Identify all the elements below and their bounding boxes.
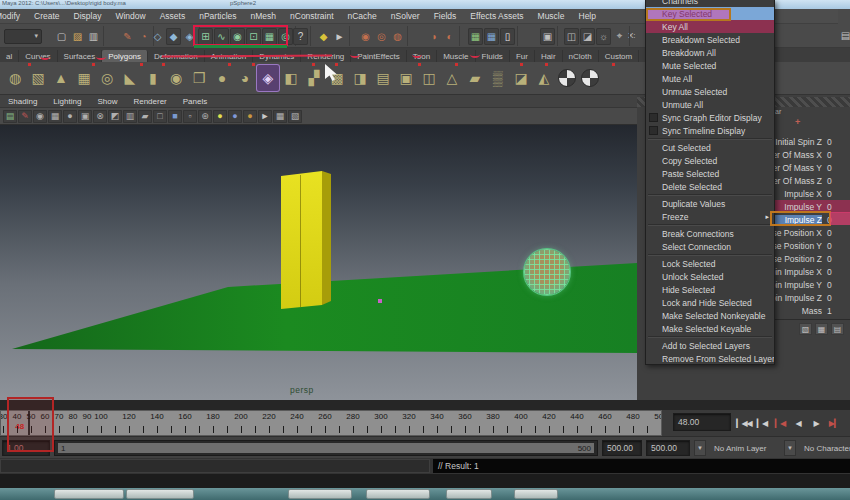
poly-extrude-icon[interactable]: ◨ [349, 65, 371, 91]
channel-row-impulse-position-z[interactable]: Impulse Position Z0 [775, 252, 850, 265]
poly-pyramid-icon[interactable]: ◣ [119, 65, 141, 91]
anim-layer-dropdown-arrow[interactable]: ▼ [694, 440, 706, 456]
default-light-icon[interactable]: ● [213, 110, 227, 123]
shelf-tab-fluids[interactable]: Fluids [476, 50, 510, 62]
viewport-menu-shading[interactable]: Shading [0, 97, 45, 106]
yellow-wall-object[interactable] [277, 168, 335, 316]
menu-nsolver[interactable]: nSolver [384, 9, 427, 24]
channel-attr-value[interactable]: 0 [827, 241, 832, 251]
go-to-start-button[interactable]: ▎◀◀ [735, 414, 753, 432]
animation-editor-icon[interactable]: ▦ [484, 28, 499, 45]
shelf-tab-ncloth[interactable]: nCloth [563, 50, 599, 62]
input-connection-icon[interactable]: ◉ [358, 28, 373, 45]
menu-window[interactable]: Window [108, 9, 152, 24]
anim-layer-selector[interactable]: No Anim Layer [710, 440, 780, 456]
joints-xray-icon[interactable]: ▧ [288, 110, 302, 123]
menu-nparticles[interactable]: nParticles [192, 9, 243, 24]
channel-attr-value[interactable]: 0 [827, 267, 832, 277]
current-frame-field[interactable]: 48.00 [673, 413, 731, 431]
layer-icon-1[interactable]: ▦ [815, 323, 828, 335]
poly-separate-icon[interactable]: ◫ [418, 65, 440, 91]
poly-lamp-icon[interactable]: ◭ [533, 65, 555, 91]
step-back-key-button[interactable]: ▎◀ [771, 414, 789, 432]
channel-row-impulse-position-y[interactable]: Impulse Position Y0 [775, 239, 850, 252]
selection-mask-dropdown[interactable]: ▾ [4, 29, 42, 44]
layer-icon-0[interactable]: ▧ [799, 323, 812, 335]
shelf-tab-hair[interactable]: Hair [535, 50, 563, 62]
playback-end-field[interactable]: 500.00 [602, 440, 642, 456]
checkbox-icon[interactable] [649, 126, 658, 135]
menu-item-mute-all[interactable]: Mute All [646, 72, 774, 85]
menu-ncache[interactable]: nCache [341, 9, 384, 24]
snap-to-points-icon[interactable]: ◉ [230, 28, 245, 45]
safe-action-icon[interactable]: ▥ [123, 110, 137, 123]
menu-item-duplicate-values[interactable]: Duplicate Values [646, 197, 774, 210]
step-back-frame-button[interactable]: ▎◀ [753, 414, 771, 432]
wireframe-sphere-object[interactable] [524, 249, 570, 295]
menu-item-unmute-all[interactable]: Unmute All [646, 98, 774, 111]
character-set-dropdown-arrow[interactable]: ▼ [784, 440, 796, 456]
poly-crease-icon[interactable]: ▰ [464, 65, 486, 91]
menu-item-cut-selected[interactable]: Cut Selected [646, 141, 774, 154]
channel-row-impulse-x[interactable]: Impulse X0 [775, 187, 850, 200]
menu-modify[interactable]: Modify [0, 9, 27, 24]
field-chart-icon[interactable]: ◩ [108, 110, 122, 123]
wireframe-icon[interactable]: □ [153, 110, 167, 123]
poly-cone-icon[interactable]: ▲ [50, 65, 72, 91]
isolate-select-icon[interactable]: ► [258, 110, 272, 123]
menu-item-breakdown-selected[interactable]: Breakdown Selected [646, 33, 774, 46]
scene-hierarchy-icon[interactable]: ▣ [540, 28, 555, 45]
shelf-tab-painteffects[interactable]: PaintEffects [351, 50, 407, 62]
snap-to-curves-icon[interactable]: ∿ [214, 28, 229, 45]
menu-display[interactable]: Display [67, 9, 109, 24]
channel-attr-value[interactable]: 1 [827, 306, 832, 316]
history-connection-icon[interactable]: ◍ [390, 28, 405, 45]
select-hierarchy-icon[interactable]: ◇ [150, 28, 165, 45]
playback-start-field[interactable]: 1.00 [2, 440, 50, 456]
character-set-selector[interactable]: No Character Set [800, 440, 850, 456]
channel-attr-value[interactable]: 0 [827, 202, 832, 212]
channel-row-spin-impulse-y[interactable]: Spin Impulse Y0 [775, 278, 850, 291]
new-scene-icon[interactable]: ▢ [54, 28, 69, 45]
time-slider[interactable]: 48 3040506070809010012014016018020022024… [0, 410, 662, 436]
poly-subdiv-icon[interactable]: ❒ [188, 65, 210, 91]
poly-sphere-icon[interactable]: ◍ [4, 65, 26, 91]
poly-wedge-icon[interactable]: ◧ [280, 65, 302, 91]
channel-attr-value[interactable]: 0 [827, 254, 832, 264]
channel-row-impulse-z[interactable]: Impulse Z0 [775, 213, 850, 226]
channel-attr-value[interactable]: 0 [827, 176, 832, 186]
shadows-icon[interactable]: ● [228, 110, 242, 123]
poly-mirror-icon[interactable]: ▞ [303, 65, 325, 91]
menu-effects-assets[interactable]: Effects Assets [463, 9, 530, 24]
menu-item-sync-graph-editor-display[interactable]: Sync Graph Editor Display [646, 111, 774, 124]
command-line-input[interactable] [0, 459, 430, 473]
shelf-tab-fur[interactable]: Fur [510, 50, 535, 62]
range-slider[interactable]: 1 500 [54, 440, 598, 456]
poly-cylinder-icon[interactable]: ▮ [142, 65, 164, 91]
viewport-canvas[interactable]: persp [0, 125, 637, 400]
menu-create[interactable]: Create [27, 9, 67, 24]
active-panel-icon[interactable]: ▯ [500, 28, 515, 45]
taskbar-item-3[interactable] [366, 489, 430, 499]
lock-icon[interactable]: ◆ [316, 28, 331, 45]
menu-item-add-to-selected-layers[interactable]: Add to Selected Layers [646, 339, 774, 352]
shelf-tab-toon[interactable]: Toon [407, 50, 437, 62]
menu-item-channels[interactable]: Channels [646, 0, 774, 7]
grease-pencil-icon[interactable]: ✎ [18, 110, 32, 123]
gate-mask-icon[interactable]: ⊗ [93, 110, 107, 123]
poly-ball-icon[interactable]: ● [211, 65, 233, 91]
menu-item-select-connection[interactable]: Select Connection [646, 240, 774, 253]
select-object-icon[interactable]: ◆ [166, 28, 181, 45]
checkbox-icon[interactable] [649, 113, 658, 122]
help-icon[interactable]: ? [293, 28, 308, 45]
menu-item-key-all[interactable]: Key All [646, 20, 774, 33]
range-slider-bar[interactable] [58, 443, 594, 453]
menu-item-unlock-selected[interactable]: Unlock Selected [646, 270, 774, 283]
cursor-mode-icon[interactable]: ► [332, 28, 347, 45]
menu-item-make-selected-keyable[interactable]: Make Selected Keyable [646, 322, 774, 335]
snap-to-projected-center-icon[interactable]: ⊡ [246, 28, 261, 45]
channel-attr-value[interactable]: 0 [827, 163, 832, 173]
channel-attr-value[interactable]: 0 [827, 228, 832, 238]
layer-icon-2[interactable]: ▤ [831, 323, 844, 335]
poly-multi-icon[interactable]: ◪ [510, 65, 532, 91]
